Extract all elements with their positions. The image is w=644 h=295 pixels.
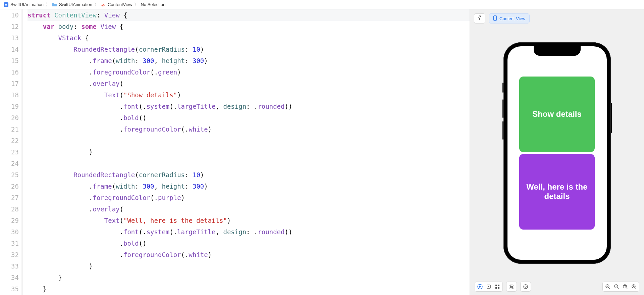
- pin-button[interactable]: [474, 13, 485, 23]
- line-number-gutter: 1012131415161718192021222324252627282930…: [0, 9, 23, 295]
- zoom-fit-icon[interactable]: [622, 284, 628, 290]
- breadcrumb-selection-label: No Selection: [141, 2, 165, 7]
- code-line[interactable]: .foregroundColor(.white): [28, 124, 470, 135]
- code-line[interactable]: RoundedRectangle(cornerRadius: 10): [28, 44, 470, 55]
- svg-point-12: [524, 285, 528, 289]
- svg-point-9: [511, 285, 512, 286]
- canvas-settings-icon[interactable]: [523, 284, 529, 290]
- code-line[interactable]: .font(.system(.largeTitle, design: .roun…: [28, 226, 470, 238]
- code-line[interactable]: .frame(width: 300, height: 300): [28, 55, 470, 66]
- breadcrumb-folder[interactable]: SwiftUIAnimation: [52, 2, 92, 7]
- code-line[interactable]: .foregroundColor(.purple): [28, 192, 470, 203]
- card-purple-text: Well, here is the details: [526, 182, 588, 201]
- code-line[interactable]: [28, 158, 470, 169]
- variants-icon[interactable]: [494, 284, 500, 290]
- line-number: 35: [0, 283, 19, 295]
- svg-rect-6: [495, 287, 497, 289]
- line-number: 31: [0, 238, 19, 249]
- line-number: 26: [0, 181, 19, 192]
- phone-notch: [534, 46, 581, 56]
- line-number: 20: [0, 112, 19, 124]
- line-number: 13: [0, 32, 19, 44]
- pin-icon: [477, 15, 482, 21]
- selectable-icon[interactable]: [486, 284, 492, 290]
- code-line[interactable]: .overlay(: [28, 78, 470, 89]
- code-line[interactable]: Text("Show details"): [28, 89, 470, 101]
- card-green: Show details: [519, 77, 595, 152]
- svg-rect-5: [498, 285, 499, 286]
- line-number: 12: [0, 21, 19, 32]
- zoom-in-icon[interactable]: [631, 284, 637, 290]
- code-line[interactable]: .overlay(: [28, 203, 470, 215]
- code-area[interactable]: struct ContentView: View { var body: som…: [23, 9, 470, 295]
- code-line[interactable]: ): [28, 146, 470, 158]
- svg-rect-18: [624, 286, 626, 287]
- phone-screen: Show details Well, here is the details: [507, 46, 607, 260]
- chevron-right-icon: 〉: [134, 2, 139, 8]
- preview-canvas: Content View Show details Well, here is …: [470, 9, 644, 295]
- breadcrumb-file-label: ContentView: [108, 2, 132, 7]
- line-number: 29: [0, 215, 19, 226]
- preview-controls-group: [475, 282, 503, 292]
- code-line[interactable]: }: [28, 272, 470, 283]
- code-line[interactable]: [28, 135, 470, 146]
- code-line[interactable]: ): [28, 260, 470, 272]
- line-number: 28: [0, 203, 19, 215]
- line-number: 21: [0, 124, 19, 135]
- line-number: 24: [0, 158, 19, 169]
- device-settings-group: [506, 282, 517, 292]
- code-line[interactable]: Text("Well, here is the details"): [28, 215, 470, 226]
- line-number: 18: [0, 89, 19, 101]
- zoom-controls-group: 1: [602, 282, 639, 292]
- code-line[interactable]: .bold(): [28, 238, 470, 249]
- svg-point-17: [623, 285, 627, 288]
- code-line[interactable]: RoundedRectangle(cornerRadius: 10): [28, 169, 470, 181]
- app-icon: [3, 2, 9, 7]
- code-line[interactable]: .frame(width: 300, height: 300): [28, 181, 470, 192]
- code-line[interactable]: .foregroundColor(.white): [28, 249, 470, 260]
- line-number: 19: [0, 101, 19, 112]
- code-line[interactable]: VStack {: [28, 32, 470, 44]
- card-green-text: Show details: [532, 109, 582, 119]
- breadcrumb-selection[interactable]: No Selection: [141, 2, 165, 7]
- play-icon[interactable]: [477, 284, 483, 290]
- breadcrumb-project[interactable]: SwiftUIAnimation: [3, 2, 44, 7]
- line-number: 27: [0, 192, 19, 203]
- code-line[interactable]: struct ContentView: View {: [28, 9, 470, 21]
- zoom-out-icon[interactable]: [605, 284, 611, 290]
- code-editor[interactable]: 1012131415161718192021222324252627282930…: [0, 9, 470, 295]
- code-line[interactable]: }: [28, 283, 470, 295]
- line-number: 32: [0, 249, 19, 260]
- line-number: 16: [0, 66, 19, 78]
- line-number: 17: [0, 78, 19, 89]
- breadcrumb-folder-label: SwiftUIAnimation: [59, 2, 92, 7]
- svg-rect-7: [498, 287, 499, 289]
- line-number: 30: [0, 226, 19, 238]
- code-line[interactable]: .foregroundColor(.green): [28, 66, 470, 78]
- chevron-right-icon: 〉: [94, 2, 99, 8]
- svg-point-11: [512, 288, 513, 289]
- breadcrumb: SwiftUIAnimation 〉 SwiftUIAnimation 〉 Co…: [0, 0, 644, 9]
- iphone-preview: Show details Well, here is the details: [503, 42, 611, 264]
- swift-icon: [101, 2, 106, 7]
- card-purple: Well, here is the details: [519, 154, 595, 230]
- line-number: 22: [0, 135, 19, 146]
- breadcrumb-file[interactable]: ContentView: [101, 2, 132, 7]
- chevron-right-icon: 〉: [46, 2, 50, 8]
- preview-selector[interactable]: Content View: [489, 13, 530, 23]
- line-number: 23: [0, 146, 19, 158]
- svg-rect-1: [494, 15, 497, 20]
- device-settings-icon[interactable]: [508, 284, 515, 290]
- line-number: 34: [0, 272, 19, 283]
- code-line[interactable]: .bold(): [28, 112, 470, 124]
- canvas-settings-group: [520, 282, 531, 292]
- code-line[interactable]: .font(.system(.largeTitle, design: .roun…: [28, 101, 470, 112]
- line-number: 14: [0, 44, 19, 55]
- line-number: 10: [0, 9, 19, 21]
- zoom-actual-icon[interactable]: 1: [613, 284, 620, 290]
- line-number: 15: [0, 55, 19, 66]
- svg-point-13: [525, 286, 526, 287]
- code-line[interactable]: var body: some View {: [28, 21, 470, 32]
- device-icon: [493, 15, 497, 22]
- preview-label: Content View: [499, 16, 525, 21]
